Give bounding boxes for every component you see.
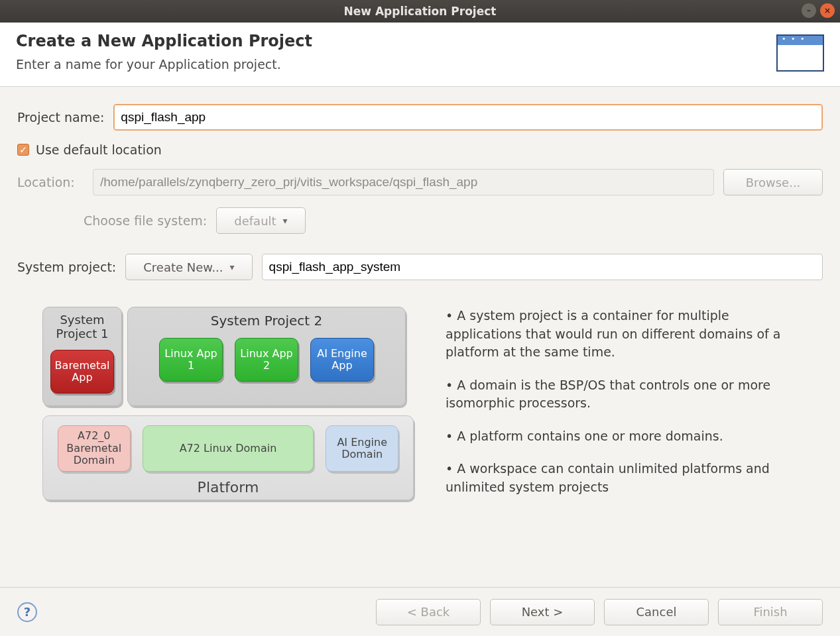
note-platform: • A platform contains one or more domain… [446,427,798,446]
choose-filesystem-label: Choose file system: [84,213,207,228]
diagram-linux-app-2: Linux App 2 [235,338,298,382]
diagram-domain-ai-engine: AI Engine Domain [326,425,398,472]
note-system-project: • A system project is a container for mu… [446,307,798,362]
system-project-name-input[interactable] [262,254,823,280]
note-workspace: • A workspace can contain unlimited plat… [446,460,798,496]
project-name-label: Project name: [17,110,104,125]
page-subtitle: Enter a name for your Application projec… [16,57,312,72]
diagram-baremetal-app: Baremetal App [50,350,114,394]
diagram-domain-a72-linux: A72 Linux Domain [143,425,314,472]
location-input [93,169,714,195]
wizard-header: Create a New Application Project Enter a… [0,23,840,87]
wizard-window-icon [776,34,824,72]
next-button[interactable]: Next > [490,599,595,625]
help-button[interactable]: ? [17,602,37,622]
diagram-domain-a72-baremetal: A72_0 Baremetal Domain [58,425,131,472]
checkbox-checked-icon: ✓ [17,144,29,156]
wizard-body: Project name: ✓ Use default location Loc… [0,87,840,517]
use-default-location-checkbox[interactable]: ✓ Use default location [17,142,162,157]
diagram-platform: A72_0 Baremetal Domain A72 Linux Domain … [42,415,414,500]
window-minimize-button[interactable]: – [802,3,816,18]
system-project-combo[interactable]: Create New... [125,254,252,280]
window-close-button[interactable]: × [820,3,835,18]
diagram-sp2-title: System Project 2 [128,313,405,329]
wizard-footer: ? < Back Next > Cancel Finish [0,587,840,636]
diagram-sp1-title: System Project 1 [43,313,121,341]
window-title: New Application Project [344,5,497,18]
architecture-diagram: System Project 1 Baremetal App System Pr… [42,307,427,511]
page-title: Create a New Application Project [16,32,312,50]
diagram-ai-engine-app: AI Engine App [310,338,374,382]
location-label: Location: [17,175,84,189]
diagram-linux-app-1: Linux App 1 [159,338,223,382]
cancel-button[interactable]: Cancel [604,599,709,625]
system-project-label: System project: [17,260,116,274]
note-domain: • A domain is the BSP/OS that controls o… [446,376,798,413]
use-default-location-label: Use default location [36,142,162,157]
browse-button: Browse... [723,169,823,195]
explanation-text: • A system project is a container for mu… [446,307,798,511]
back-button: < Back [376,599,481,625]
window-titlebar: New Application Project – × [0,0,840,23]
diagram-platform-label: Platform [43,479,413,496]
diagram-system-project-1: System Project 1 Baremetal App [42,307,122,406]
project-name-input[interactable] [113,104,823,131]
diagram-system-project-2: System Project 2 Linux App 1 Linux App 2… [127,307,406,406]
finish-button: Finish [718,599,823,625]
filesystem-combo: default [216,207,305,234]
